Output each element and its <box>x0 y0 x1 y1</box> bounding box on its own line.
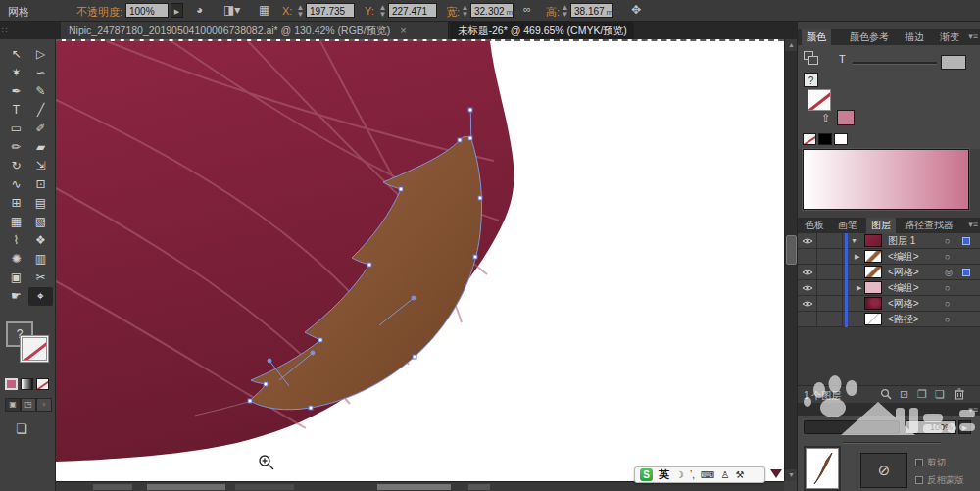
target-circle-icon[interactable]: ○ <box>945 299 950 309</box>
rotate-tool[interactable]: ↻ <box>4 157 28 175</box>
gradient-preview[interactable] <box>803 149 969 210</box>
lock-cell[interactable] <box>817 296 843 312</box>
scrollbar-thumb[interactable] <box>786 235 797 265</box>
selection-tool[interactable]: ↖ <box>4 45 28 64</box>
artboard-tool[interactable]: ▣ <box>4 269 28 287</box>
link-dimensions-icon[interactable]: ∞ <box>523 3 531 15</box>
layer-row[interactable]: ▶ <编组> ○ <box>798 249 980 265</box>
gradient-mode-button[interactable] <box>21 378 33 390</box>
gradient-tool[interactable]: ▧ <box>28 213 53 231</box>
width-input[interactable]: 32.302mm <box>470 3 514 18</box>
target-circle-icon[interactable]: ○ <box>945 236 950 246</box>
document-tab-inactive[interactable]: Nipic_24787180_20190504100006738082.ai* … <box>61 22 449 39</box>
none-mode-button[interactable] <box>36 378 49 390</box>
transparency-opacity-input[interactable]: 100% <box>906 420 956 434</box>
layer-name[interactable]: <网格> <box>888 265 919 280</box>
layer-thumbnail[interactable] <box>864 297 882 310</box>
layer-name[interactable]: <路径> <box>888 312 919 327</box>
artboard-canvas[interactable] <box>56 39 784 481</box>
layer-row[interactable]: ▼ 图层 1 ○ <box>798 233 980 249</box>
height-input[interactable]: 38.167mm <box>570 3 613 18</box>
transparency-panel-header[interactable]: ▾≡ <box>798 403 980 416</box>
mesh-tool[interactable]: ▦ <box>4 213 28 231</box>
tint-value-box[interactable] <box>941 55 966 70</box>
draw-normal-button[interactable]: ▣ <box>5 398 21 412</box>
lock-cell[interactable] <box>817 312 843 327</box>
status-artboard-box[interactable] <box>147 484 225 490</box>
layer-thumbnail[interactable] <box>864 313 882 325</box>
y-stepper[interactable]: ▲▼ <box>378 4 387 18</box>
blend-tool[interactable]: ❖ <box>28 231 53 250</box>
locate-object-icon[interactable] <box>880 388 892 402</box>
expand-caret-icon[interactable]: ▶ <box>855 253 859 261</box>
layer-thumbnail[interactable] <box>864 281 882 294</box>
invert-mask-checkbox[interactable]: 反相蒙版 <box>915 474 964 487</box>
layer-name[interactable]: <编组> <box>888 280 919 296</box>
panel-menu-icon[interactable]: ▾≡ <box>968 220 978 229</box>
transform-icon[interactable]: ✥ <box>631 3 641 17</box>
lock-cell[interactable] <box>817 280 843 296</box>
x-stepper[interactable]: ▲▼ <box>296 4 305 18</box>
visibility-eye-icon[interactable] <box>798 249 817 265</box>
moon-icon[interactable]: ☽ <box>675 467 684 482</box>
width-stepper[interactable]: ▲▼ <box>461 4 469 18</box>
wrench-icon[interactable]: ⚒ <box>735 467 744 482</box>
lasso-tool[interactable]: ∽ <box>28 64 53 82</box>
keyboard-icon[interactable]: ⌨ <box>701 467 714 482</box>
visibility-eye-icon[interactable] <box>798 265 817 280</box>
opacity-slider[interactable] <box>843 442 941 444</box>
shape-builder-tool[interactable]: ⊞ <box>4 194 28 213</box>
new-sublayer-icon[interactable]: ❐ <box>917 388 927 401</box>
target-circle-icon[interactable]: ○ <box>945 283 950 293</box>
draw-inside-button[interactable]: ▫ <box>36 398 52 412</box>
ime-language-toggle[interactable]: 英 <box>659 467 669 482</box>
layer-row[interactable]: <路径> ○ <box>798 312 980 327</box>
document-tab-active[interactable]: 未标题-26* @ 469.65% (CMYK/预览)× <box>450 22 634 39</box>
visibility-eye-icon[interactable] <box>798 296 817 312</box>
new-layer-icon[interactable]: ❏ <box>935 388 945 401</box>
direct-selection-tool[interactable]: ▷ <box>28 45 53 64</box>
vertical-scrollbar[interactable]: ▲ ▼ <box>784 39 797 481</box>
help-question-icon[interactable]: ? <box>804 73 818 87</box>
selected-art-indicator[interactable] <box>962 237 970 245</box>
none-swatch[interactable] <box>803 133 816 145</box>
tab-pathfinder[interactable]: 路径查找器 <box>900 218 958 233</box>
fill-stroke-control[interactable]: ? <box>6 321 51 370</box>
free-transform-tool[interactable]: ⊡ <box>28 175 53 194</box>
mini-fill-stroke-icon[interactable] <box>804 51 821 67</box>
punctuation-icon[interactable]: ’, <box>690 467 695 482</box>
slice-tool[interactable]: ✂ <box>28 269 53 287</box>
curvature-tool[interactable]: ✎ <box>28 82 53 101</box>
opacity-dropdown-button[interactable]: ▶ <box>958 420 971 434</box>
symbol-sprayer-tool[interactable]: ✺ <box>4 250 28 269</box>
tab-stroke[interactable]: 描边 <box>900 29 929 45</box>
magic-wand-tool[interactable]: ✶ <box>4 64 28 82</box>
tab-gradient[interactable]: 渐变 <box>935 29 964 45</box>
status-nav-box[interactable] <box>235 484 294 490</box>
swap-arrow-icon[interactable]: ⇧ <box>821 112 830 124</box>
eyedropper-tool[interactable]: ⌇ <box>4 231 28 250</box>
layer-row[interactable]: <网格> ◎ <box>798 265 980 280</box>
align-dropdown-icon[interactable]: ◨▾ <box>223 3 240 17</box>
panel-menu-icon[interactable]: ▾≡ <box>968 31 978 41</box>
layer-thumbnail[interactable] <box>864 266 882 278</box>
color-mode-button[interactable] <box>5 378 18 390</box>
y-input[interactable]: 227.471 <box>388 3 437 18</box>
type-tool[interactable]: T <box>4 101 28 120</box>
tab-swatches[interactable]: 色板 <box>800 218 829 233</box>
expand-caret-icon[interactable]: ▼ <box>851 237 858 244</box>
visibility-eye-icon[interactable] <box>798 280 817 296</box>
none-fill-proxy-swatch[interactable] <box>808 89 831 111</box>
expand-caret-icon[interactable]: ▶ <box>857 284 861 292</box>
recolor-artwork-icon[interactable]: ◕ <box>196 3 203 17</box>
stroke-none-swatch[interactable] <box>20 335 49 363</box>
sogou-logo-icon[interactable]: S <box>640 468 653 481</box>
hand-tool[interactable]: ☛ <box>4 287 28 306</box>
eraser-tool[interactable]: ▰ <box>28 138 53 157</box>
pen-tool[interactable]: ✒ <box>4 82 28 101</box>
black-swatch[interactable] <box>818 133 832 145</box>
status-zoom-box[interactable] <box>93 484 132 490</box>
close-tab-icon[interactable]: × <box>400 25 406 36</box>
selected-art-indicator[interactable] <box>962 269 970 276</box>
white-swatch[interactable] <box>834 133 848 145</box>
